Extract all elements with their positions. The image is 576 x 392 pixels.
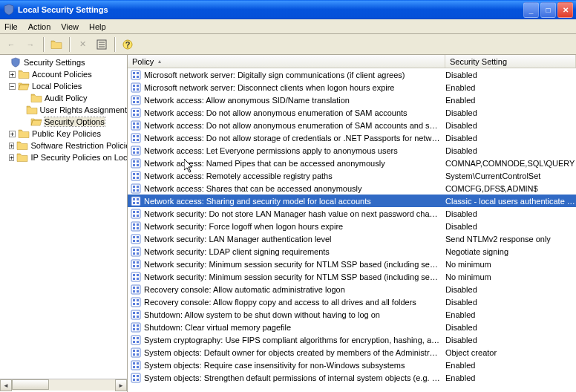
list-row[interactable]: Microsoft network server: Disconnect cli… [128, 81, 576, 94]
tree-label: Public Key Policies [32, 129, 101, 138]
folder-icon [18, 69, 30, 79]
list-row[interactable]: Network access: Named Pipes that can be … [128, 157, 576, 169]
policy-text: Network access: Remotely accessible regi… [144, 172, 444, 180]
list-row[interactable]: Microsoft network server: Digitally sign… [128, 68, 576, 81]
list-row[interactable]: Network security: Do not store LAN Manag… [128, 207, 576, 220]
scroll-thumb[interactable] [12, 379, 49, 390]
list-row[interactable]: Network security: Minimum session securi… [128, 270, 576, 283]
setting-text: Enabled [444, 373, 576, 382]
back-button: ← [3, 36, 19, 53]
list-row[interactable]: Shutdown: Clear virtual memory pagefileD… [128, 321, 576, 333]
help-button[interactable]: ? [120, 36, 136, 53]
policy-text: System objects: Strengthen default permi… [144, 373, 444, 382]
policy-icon [130, 321, 142, 333]
menubar: File Action View Help [0, 19, 576, 34]
tree-public-key[interactable]: + Public Key Policies [0, 128, 127, 140]
list-row[interactable]: Network access: Do not allow storage of … [128, 131, 576, 144]
column-label: Policy [132, 57, 154, 66]
policy-text: Network access: Named Pipes that can be … [144, 159, 444, 168]
policy-text: Microsoft network server: Digitally sign… [144, 71, 444, 79]
column-setting[interactable]: Security Setting [445, 55, 576, 68]
policy-icon [130, 309, 142, 321]
list-row[interactable]: Recovery console: Allow automatic admini… [128, 283, 576, 295]
tree-label: Security Options [45, 117, 105, 126]
list-row[interactable]: Network access: Do not allow anonymous e… [128, 106, 576, 119]
expander-icon[interactable]: + [9, 143, 14, 149]
tree-local-policies[interactable]: − Local Policies [0, 80, 127, 92]
folder-icon [30, 93, 42, 103]
tree-label: Software Restriction Policies [30, 141, 127, 150]
tree-user-rights[interactable]: User Rights Assignment [0, 104, 127, 116]
scroll-left-button[interactable]: ◄ [0, 379, 12, 391]
list-row[interactable]: System objects: Default owner for object… [128, 346, 576, 359]
list-row[interactable]: System cryptography: Use FIPS compliant … [128, 333, 576, 346]
scroll-right-button[interactable]: ► [115, 379, 127, 391]
maximize-button[interactable]: □ [540, 2, 556, 18]
setting-text: Enabled [444, 83, 576, 92]
tree-root[interactable]: Security Settings [0, 56, 127, 68]
tree-label: Account Policies [32, 70, 92, 79]
policy-icon [130, 359, 142, 371]
list-row[interactable]: Network access: Let Everyone permissions… [128, 144, 576, 157]
expander-icon[interactable]: + [9, 154, 14, 161]
setting-text: Disabled [444, 285, 576, 294]
menu-file[interactable]: File [4, 22, 18, 31]
tree-ipsec[interactable]: + IP Security Policies on Local Computer [0, 151, 127, 163]
tree-account-policies[interactable]: + Account Policies [0, 68, 127, 80]
list-row[interactable]: Network access: Do not allow anonymous e… [128, 119, 576, 131]
list-body[interactable]: Microsoft network server: Digitally sign… [128, 68, 576, 392]
policy-text: Network security: Force logoff when logo… [144, 222, 444, 231]
list-row[interactable]: Network security: LAN Manager authentica… [128, 232, 576, 245]
app-icon [3, 4, 15, 16]
policy-text: Network access: Shares that can be acces… [144, 184, 444, 193]
policy-icon [130, 347, 142, 359]
setting-text: Object creator [444, 348, 576, 357]
tree-pane: Security Settings + Account Policies − L… [0, 55, 128, 392]
expander-icon[interactable]: + [9, 71, 16, 78]
up-button[interactable] [48, 36, 65, 53]
close-button[interactable]: ✕ [557, 2, 573, 18]
list-row[interactable]: Network access: Allow anonymous SID/Name… [128, 94, 576, 106]
setting-text: Disabled [444, 336, 576, 344]
list-row[interactable]: System objects: Require case insensitivi… [128, 359, 576, 371]
tree-srp[interactable]: + Software Restriction Policies [0, 140, 127, 151]
tree-hscrollbar[interactable]: ◄ ► [0, 379, 127, 391]
list-row[interactable]: Recovery console: Allow floppy copy and … [128, 295, 576, 308]
setting-text: Disabled [444, 71, 576, 79]
list-row[interactable]: System objects: Strengthen default permi… [128, 371, 576, 384]
policy-icon [130, 220, 142, 232]
folder-icon [16, 152, 28, 163]
list-row[interactable]: Network access: Shares that can be acces… [128, 182, 576, 195]
setting-text: COMCFG,DFS$,ADMIN$ [444, 184, 576, 193]
setting-text: COMNAP,COMNODE,SQL\QUERY [444, 159, 576, 168]
setting-text: Send NTLMv2 response only [444, 235, 576, 244]
titlebar[interactable]: Local Security Settings _ □ ✕ [0, 0, 576, 19]
menu-action[interactable]: Action [28, 22, 51, 31]
list-row[interactable]: Network access: Sharing and security mod… [128, 195, 576, 207]
folder-open-icon [18, 81, 30, 91]
tree-security-options[interactable]: Security Options [0, 116, 127, 128]
menu-help[interactable]: Help [89, 22, 106, 31]
expander-icon[interactable]: + [9, 131, 16, 137]
policy-text: Network access: Do not allow storage of … [144, 134, 444, 143]
list-row[interactable]: Shutdown: Allow system to be shut down w… [128, 308, 576, 321]
scroll-track[interactable] [12, 379, 115, 391]
column-policy[interactable]: Policy ▴ [128, 55, 445, 68]
list-row[interactable]: Network security: LDAP client signing re… [128, 245, 576, 258]
minimize-button[interactable]: _ [523, 2, 539, 18]
menu-view[interactable]: View [61, 22, 79, 31]
list-pane: Policy ▴ Security Setting Microsoft netw… [128, 55, 576, 392]
list-row[interactable]: Network security: Force logoff when logo… [128, 220, 576, 232]
setting-text: Negotiate signing [444, 247, 576, 256]
policy-icon [130, 69, 142, 81]
tree-audit-policy[interactable]: Audit Policy [0, 92, 127, 104]
policy-icon [130, 195, 142, 207]
properties-button[interactable] [94, 36, 110, 53]
policy-text: Network security: LDAP client signing re… [144, 247, 444, 256]
setting-text: Disabled [444, 298, 576, 307]
toolbar: ← → ✕ ? [0, 34, 576, 55]
expander-icon[interactable]: − [9, 83, 16, 90]
setting-text: Enabled [444, 310, 576, 319]
list-row[interactable]: Network access: Remotely accessible regi… [128, 169, 576, 182]
list-row[interactable]: Network security: Minimum session securi… [128, 258, 576, 270]
